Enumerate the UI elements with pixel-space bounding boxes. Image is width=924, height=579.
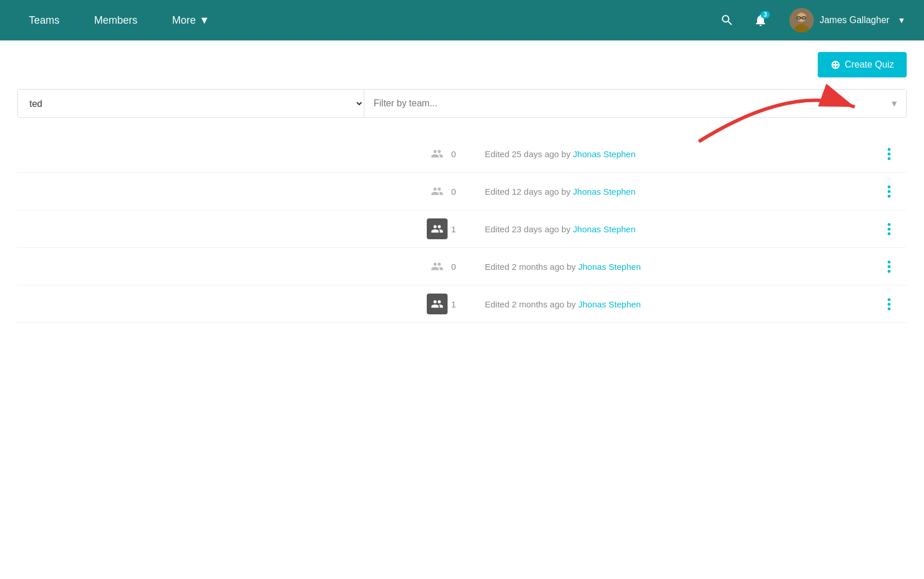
teams-label: Teams (29, 14, 59, 27)
dot-3 (888, 270, 891, 273)
row-actions (883, 183, 895, 200)
row-actions (883, 221, 895, 237)
search-icon (720, 13, 734, 27)
row-actions (883, 258, 895, 275)
table-row: 0 Edited 2 months ago by Jhonas Stephen (17, 248, 907, 285)
avatar (789, 8, 814, 32)
table-row: 1 Edited 2 months ago by Jhonas Stephen (17, 285, 907, 323)
more-label: More (172, 14, 196, 27)
member-badge: 0 (416, 181, 468, 202)
edit-info: Edited 23 days ago by Jhonas Stephen (485, 224, 872, 234)
edit-info: Edited 2 months ago by Jhonas Stephen (485, 262, 872, 272)
dot-2 (888, 228, 891, 231)
member-icon (427, 218, 448, 239)
dot-2 (888, 153, 891, 155)
dot-2 (888, 190, 891, 193)
dot-1 (888, 298, 891, 301)
dot-3 (888, 195, 891, 198)
table-row: 1 Edited 23 days ago by Jhonas Stephen (17, 210, 907, 248)
member-icon (427, 181, 448, 202)
edit-text: Edited 12 days ago by (485, 187, 573, 196)
edit-author-link[interactable]: Jhonas Stephen (573, 187, 635, 196)
edit-info: Edited 12 days ago by Jhonas Stephen (485, 187, 872, 196)
status-filter[interactable]: ted All Published Draft (18, 90, 364, 117)
team-filter-wrapper: ▾ (364, 90, 906, 117)
edit-text: Edited 2 months ago by (485, 299, 579, 309)
row-more-button[interactable] (883, 221, 895, 237)
content-area: ⊕ Create Quiz ted All Published Draft ▾ (0, 40, 924, 579)
row-more-button[interactable] (883, 146, 895, 162)
dot-1 (888, 148, 891, 151)
search-button[interactable] (716, 9, 739, 32)
nav-more[interactable]: More ▼ (155, 0, 227, 40)
user-chevron-icon: ▼ (897, 16, 906, 25)
user-section[interactable]: James Gallagher ▼ (783, 0, 912, 40)
dot-3 (888, 157, 891, 160)
member-badge: 1 (416, 218, 468, 239)
edit-author-link[interactable]: Jhonas Stephen (578, 299, 640, 309)
nav-teams[interactable]: Teams (12, 0, 77, 40)
row-more-button[interactable] (883, 258, 895, 275)
nav-right: 3 James Gallagher ▼ (716, 0, 912, 40)
row-more-button[interactable] (883, 183, 895, 200)
dot-3 (888, 232, 891, 235)
member-count: 0 (451, 187, 456, 196)
user-name: James Gallagher (819, 15, 889, 25)
svg-point-3 (798, 13, 806, 21)
member-count: 1 (451, 224, 456, 234)
avatar-svg (789, 8, 814, 32)
edit-text: Edited 25 days ago by (485, 149, 573, 159)
edit-author-link[interactable]: Jhonas Stephen (573, 224, 635, 234)
member-icon (427, 143, 448, 164)
create-quiz-button[interactable]: ⊕ Create Quiz (818, 52, 907, 77)
dot-2 (888, 303, 891, 306)
navbar: Teams Members More ▼ 3 (0, 0, 924, 40)
member-badge: 1 (416, 294, 468, 314)
member-count: 0 (451, 262, 456, 272)
chevron-down-icon: ▼ (199, 14, 210, 27)
member-count: 1 (451, 299, 456, 309)
dot-3 (888, 307, 891, 310)
row-more-button[interactable] (883, 296, 895, 313)
member-icon (427, 294, 448, 314)
row-actions (883, 146, 895, 162)
notification-button[interactable]: 3 (749, 9, 772, 32)
row-actions (883, 296, 895, 313)
dot-1 (888, 261, 891, 263)
plus-icon: ⊕ (830, 58, 840, 72)
edit-author-link[interactable]: Jhonas Stephen (578, 262, 640, 272)
edit-text: Edited 23 days ago by (485, 224, 573, 234)
table-row: 0 Edited 25 days ago by Jhonas Stephen (17, 135, 907, 173)
avatar-image (789, 8, 814, 32)
member-badge: 0 (416, 143, 468, 164)
member-count: 0 (451, 149, 456, 159)
create-quiz-label: Create Quiz (845, 60, 894, 70)
members-label: Members (94, 14, 137, 27)
edit-text: Edited 2 months ago by (485, 262, 579, 272)
table-row: 0 Edited 12 days ago by Jhonas Stephen (17, 173, 907, 210)
nav-members[interactable]: Members (77, 0, 155, 40)
action-bar: ⊕ Create Quiz (17, 52, 907, 77)
member-badge: 0 (416, 256, 468, 277)
edit-info: Edited 2 months ago by Jhonas Stephen (485, 299, 872, 309)
dot-2 (888, 265, 891, 268)
edit-author-link[interactable]: Jhonas Stephen (573, 149, 635, 159)
filter-bar: ted All Published Draft ▾ (17, 89, 907, 118)
quiz-list: 0 Edited 25 days ago by Jhonas Stephen 0… (17, 135, 907, 323)
notification-badge: 3 (761, 11, 770, 18)
team-filter-input[interactable] (364, 90, 906, 117)
member-icon (427, 256, 448, 277)
dot-1 (888, 185, 891, 188)
nav-left: Teams Members More ▼ (12, 0, 227, 40)
edit-info: Edited 25 days ago by Jhonas Stephen (485, 149, 872, 159)
dot-1 (888, 223, 891, 226)
